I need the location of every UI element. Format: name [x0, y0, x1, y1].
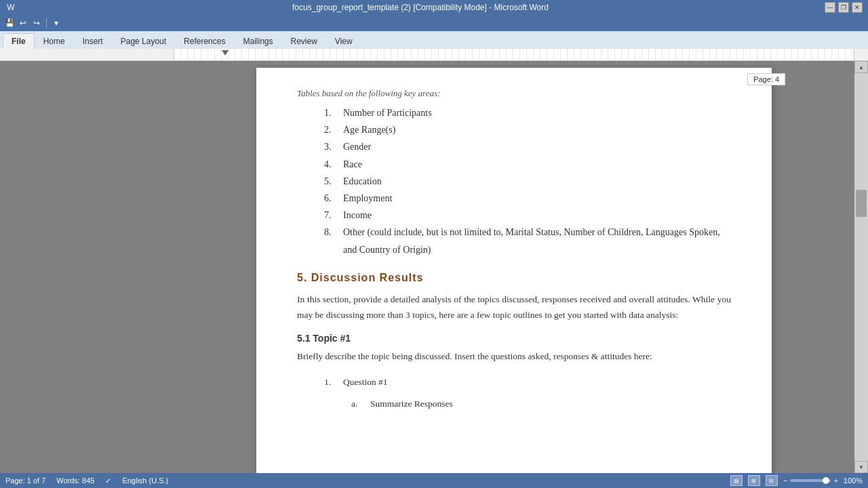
list-item: 6. Employment — [324, 190, 731, 207]
section-51-heading: 5.1 Topic #1 — [297, 333, 731, 344]
list-text: Gender — [343, 138, 371, 155]
ruler — [0, 49, 868, 61]
tab-references[interactable]: References — [175, 33, 234, 49]
full-screen-button[interactable]: ⊞ — [748, 475, 760, 486]
list-num: 1. — [324, 104, 338, 121]
toolbar-separator — [46, 18, 47, 28]
scrollbar-thumb[interactable] — [856, 190, 867, 217]
left-sidebar — [0, 61, 174, 473]
tab-view[interactable]: View — [326, 33, 361, 49]
tab-review[interactable]: Review — [281, 33, 326, 49]
summarize-list: a. Summarize Responses — [351, 396, 731, 412]
list-item: 8. Other (could include, but is not limi… — [324, 224, 731, 258]
list-num: 3. — [324, 138, 338, 155]
scroll-down-button[interactable]: ▼ — [854, 461, 868, 473]
section-5-body: In this section, provide a detailed anal… — [297, 292, 731, 323]
list-num: 6. — [324, 190, 338, 207]
list-num: 7. — [324, 207, 338, 224]
list-text: Summarize Responses — [370, 396, 453, 412]
list-text: Employment — [343, 190, 392, 207]
redo-icon[interactable]: ↪ — [31, 18, 42, 28]
status-bar-right: ▤ ⊞ ⊟ − + 100% — [730, 475, 863, 486]
main-area: Page: 4 Tables based on the following ke… — [0, 61, 868, 473]
maximize-button[interactable]: ❐ — [838, 2, 849, 13]
list-item: 7. Income — [324, 207, 731, 224]
tab-insert[interactable]: Insert — [74, 33, 112, 49]
intro-text: Tables based on the following key areas: — [297, 88, 731, 99]
list-num: 1. — [324, 374, 338, 390]
scroll-up-button[interactable]: ▲ — [854, 61, 868, 73]
list-item: 2. Age Range(s) — [324, 121, 731, 138]
list-text: Education — [343, 173, 382, 190]
list-letter: a. — [351, 396, 365, 412]
word-icon: W — [5, 2, 16, 13]
list-item: 5. Education — [324, 173, 731, 190]
window-controls[interactable]: — ❐ ✕ — [825, 2, 863, 13]
zoom-thumb[interactable] — [823, 477, 829, 484]
zoom-out-icon[interactable]: − — [783, 476, 787, 485]
zoom-control: − + — [783, 476, 838, 485]
page-label: Page: 4 — [747, 73, 785, 85]
spell-check-icon[interactable]: ✓ — [105, 476, 111, 485]
zoom-slider[interactable] — [790, 479, 831, 482]
ribbon-tabs: File Home Insert Page Layout References … — [0, 31, 868, 49]
word-count: Words: 845 — [56, 476, 94, 485]
page-count: Page: 1 of 7 — [5, 476, 45, 485]
list-item: 1. Number of Participants — [324, 104, 731, 121]
question-list: 1. Question #1 — [324, 374, 731, 390]
list-text: Other (could include, but is not limited… — [343, 224, 731, 258]
undo-icon[interactable]: ↩ — [18, 18, 28, 28]
numbered-list: 1. Number of Participants 2. Age Range(s… — [324, 104, 731, 258]
section-51-body: Briefly describe the topic being discuss… — [297, 349, 731, 365]
save-icon[interactable]: 💾 — [4, 18, 15, 28]
scrollbar-track[interactable] — [854, 73, 868, 461]
ruler-marks — [174, 49, 854, 60]
minimize-button[interactable]: — — [825, 2, 835, 13]
list-text: Race — [343, 156, 362, 173]
list-num: 8. — [324, 224, 338, 258]
title-bar: W focus_group_report_template (2) [Compa… — [0, 0, 868, 15]
tab-page-layout[interactable]: Page Layout — [112, 33, 175, 49]
close-button[interactable]: ✕ — [852, 2, 863, 13]
tab-mailings[interactable]: Mailings — [234, 33, 281, 49]
list-num: 4. — [324, 156, 338, 173]
document-area[interactable]: Page: 4 Tables based on the following ke… — [174, 61, 854, 473]
tab-file[interactable]: File — [3, 33, 35, 49]
tab-home[interactable]: Home — [35, 33, 74, 49]
zoom-level: 100% — [844, 476, 863, 485]
list-num: 5. — [324, 173, 338, 190]
list-num: 2. — [324, 121, 338, 138]
window-title: focus_group_report_template (2) [Compati… — [16, 3, 825, 12]
list-text: Number of Participants — [343, 104, 432, 121]
indent-marker[interactable] — [222, 50, 229, 56]
ruler-content — [174, 49, 854, 60]
list-item: 4. Race — [324, 156, 731, 173]
section-5-heading: 5. Discussion Results — [297, 272, 731, 284]
list-text: Income — [343, 207, 372, 224]
print-layout-button[interactable]: ▤ — [730, 475, 743, 486]
quick-access-toolbar: 💾 ↩ ↪ ▾ — [0, 15, 868, 31]
status-bar: Page: 1 of 7 Words: 845 ✓ English (U.S.)… — [0, 473, 868, 488]
zoom-in-icon[interactable]: + — [833, 476, 837, 485]
list-item: 1. Question #1 — [324, 374, 731, 390]
list-text: Question #1 — [343, 374, 388, 390]
web-layout-button[interactable]: ⊟ — [766, 475, 778, 486]
language: English (U.S.) — [122, 476, 168, 485]
right-scrollbar[interactable]: ▲ ▼ — [854, 61, 868, 473]
more-icon[interactable]: ▾ — [51, 18, 62, 28]
list-text: Age Range(s) — [343, 121, 395, 138]
page: Page: 4 Tables based on the following ke… — [256, 68, 772, 473]
list-item: 3. Gender — [324, 138, 731, 155]
list-item: a. Summarize Responses — [351, 396, 731, 412]
